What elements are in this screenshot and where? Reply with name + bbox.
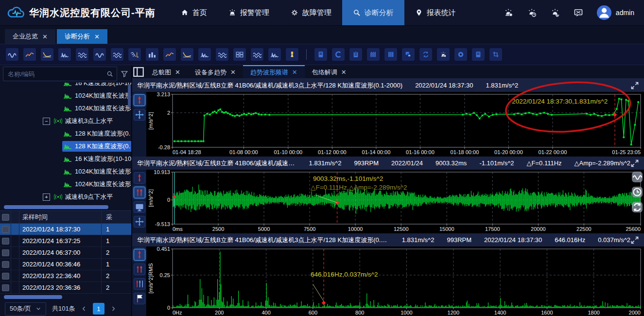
nav-item-4[interactable]: 报表统计 [404, 0, 467, 25]
alarm-notification-icon[interactable] [550, 8, 560, 18]
crop-region-icon[interactable] [489, 48, 502, 61]
tree-leaf-0[interactable]: 16 K速度波形(10-10 [0, 83, 131, 89]
pan-tool[interactable] [134, 109, 145, 121]
device-record-icon[interactable] [314, 48, 327, 61]
tree-leaf-2[interactable]: 1024K加速度长波形 [0, 102, 131, 115]
waveform-pair-icon[interactable] [6, 48, 18, 61]
tree-horizontal-scrollbar[interactable] [4, 205, 127, 209]
search-input[interactable] [7, 70, 106, 78]
close-icon[interactable]: ✕ [341, 69, 347, 76]
tree-vertical-scrollbar[interactable] [128, 85, 131, 107]
double-cursor-tool[interactable] [134, 263, 145, 275]
table-row-3[interactable]: 2022/01/24 00:36:46 1 [0, 259, 131, 270]
fullscreen-expand-icon[interactable] [630, 159, 639, 168]
user-menu[interactable]: admin [597, 5, 634, 20]
row-checkbox[interactable] [2, 261, 9, 268]
red-trend-icon[interactable] [163, 48, 176, 61]
chart-plot[interactable]: 9003.32ms,-1.101m/s^2△F=0.111Hz,△Amp=-2.… [146, 170, 644, 233]
clipboard-report-icon[interactable] [349, 48, 362, 61]
close-icon[interactable]: ✕ [42, 33, 48, 40]
table-row-1[interactable]: 2022/01/24 16:37:25 1 [0, 235, 131, 247]
single-cursor-tool[interactable] [134, 249, 145, 261]
spectrum-peaks-icon[interactable] [58, 48, 71, 61]
chart-tab-1[interactable]: 设备多趋势✕ [188, 65, 243, 78]
double-cursor-tool[interactable] [134, 187, 145, 198]
close-icon[interactable]: ✕ [230, 69, 236, 76]
fa-spectrum-icon[interactable] [198, 48, 211, 61]
single-cursor-tool[interactable] [134, 172, 145, 184]
table-horizontal-scrollbar[interactable] [4, 295, 127, 299]
stacked-wave-icon[interactable] [216, 48, 228, 61]
tree-node-10[interactable]: +减速机9点中水平 [0, 203, 131, 204]
bathtub-curve-icon[interactable] [181, 48, 193, 61]
bar-chart-icon[interactable] [146, 48, 158, 61]
filter-funnel-icon[interactable] [121, 70, 128, 78]
tree-node-9[interactable]: +减速机9点下水平 [0, 191, 131, 203]
page-number-button[interactable]: 1 [93, 303, 104, 315]
transfer-cycle-icon[interactable] [419, 48, 432, 61]
row-checkbox[interactable] [2, 226, 9, 233]
column-list-icon[interactable] [384, 48, 397, 61]
alarm-settings-icon[interactable] [504, 8, 513, 18]
screen-tool[interactable] [134, 201, 145, 213]
page-size-select[interactable]: 50条/页 [5, 302, 46, 316]
cascade-plot-icon[interactable] [128, 48, 141, 61]
multi-wave-icon[interactable] [251, 48, 263, 61]
double-wave-icon[interactable] [76, 48, 88, 61]
close-icon[interactable]: ✕ [175, 69, 180, 76]
close-icon[interactable]: ✕ [94, 33, 100, 40]
alarm-clock-icon[interactable] [527, 8, 537, 18]
trend-line-icon[interactable] [23, 48, 36, 61]
workspace-tab-0[interactable]: 企业总览✕ [5, 29, 55, 44]
row-checkbox[interactable] [2, 249, 9, 256]
nav-item-3[interactable]: 诊断分析 [342, 0, 404, 25]
flashlight-icon[interactable] [286, 48, 298, 61]
table-row-4[interactable]: 2022/01/23 22:36:40 2 [0, 270, 131, 282]
close-icon[interactable]: ✕ [292, 69, 297, 76]
tree-node-3[interactable]: −减速机3点上水平 [0, 115, 131, 127]
table-row-5[interactable]: 2022/01/23 20:36:36 2 [0, 282, 131, 294]
peak-analysis-icon[interactable] [268, 48, 281, 61]
wrench-wave-icon[interactable] [41, 48, 53, 61]
fence-diagram-icon[interactable] [367, 48, 380, 61]
waveform-mode-icon[interactable] [632, 172, 643, 182]
tree-leaf-6[interactable]: 16 K速度波形(10-10 [0, 153, 131, 165]
next-page-button[interactable] [110, 306, 116, 312]
refresh-cycle-icon[interactable] [632, 202, 643, 212]
collapse-panel-icon[interactable] [132, 66, 145, 78]
layer-copy-icon[interactable] [402, 48, 415, 61]
circle-badge-icon[interactable] [454, 48, 467, 61]
alarm-siren-icon[interactable] [437, 48, 450, 61]
tree-leaf-5[interactable]: 128 K加速度波形(0. [0, 140, 131, 153]
search-box[interactable] [3, 67, 117, 81]
single-cursor-tool[interactable] [134, 94, 145, 106]
disc-icon[interactable] [332, 48, 345, 61]
quad-grid-icon[interactable] [233, 48, 246, 61]
expand-node-icon[interactable]: + [43, 193, 50, 201]
table-row-2[interactable]: 2022/01/24 06:37:00 2 [0, 247, 131, 259]
chart-tab-0[interactable]: 总貌图✕ [145, 65, 188, 78]
fullscreen-expand-icon[interactable] [630, 236, 639, 245]
tree-leaf-7[interactable]: 1024K加速度长波形 [0, 165, 131, 178]
chart-plot[interactable]: 646.016Hz,0.037m/s^20.4510.2500Hz2004006… [146, 246, 644, 316]
nav-item-1[interactable]: 报警管理 [218, 0, 280, 25]
triple-wave-icon[interactable] [111, 48, 123, 61]
collapse-node-icon[interactable]: − [43, 118, 50, 125]
device-log-icon[interactable] [472, 48, 485, 61]
header-checkbox[interactable] [2, 214, 9, 221]
nav-item-0[interactable]: 首页 [170, 0, 218, 25]
search-icon[interactable] [106, 70, 113, 77]
nav-item-2[interactable]: 故障管理 [280, 0, 342, 25]
tree-leaf-1[interactable]: 1024K加速度长波形 [0, 89, 131, 102]
row-checkbox[interactable] [2, 238, 9, 245]
tree-leaf-4[interactable]: 128 K加速度波形(0. [0, 127, 131, 140]
workspace-tab-1[interactable]: 诊断分析✕ [57, 29, 107, 44]
table-row-0[interactable]: 2022/01/24 18:37:30 1 [0, 224, 131, 235]
axis-wave-icon[interactable] [93, 48, 106, 61]
harmonic-cursor-tool[interactable] [134, 278, 145, 290]
chart-tab-2[interactable]: 趋势波形频谱✕ [243, 65, 305, 78]
history-clock-icon[interactable] [632, 187, 643, 197]
pan-tool[interactable] [134, 216, 145, 228]
chart-tab-3[interactable]: 包络解调✕ [305, 65, 354, 78]
message-icon[interactable] [574, 8, 583, 18]
